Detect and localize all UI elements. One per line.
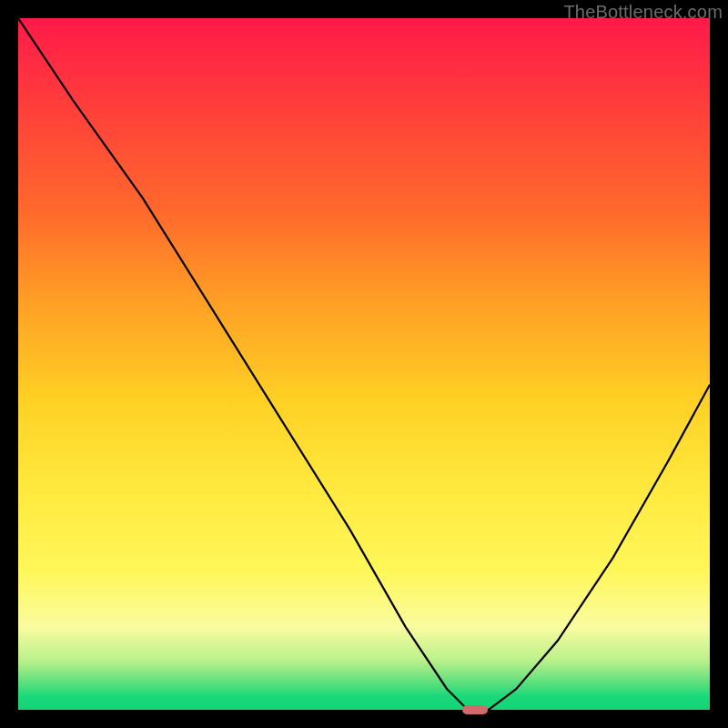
bottleneck-curve: [18, 18, 710, 710]
plot-area: [18, 18, 710, 710]
optimal-marker: [462, 705, 488, 714]
chart-container: TheBottleneck.com: [0, 0, 728, 728]
